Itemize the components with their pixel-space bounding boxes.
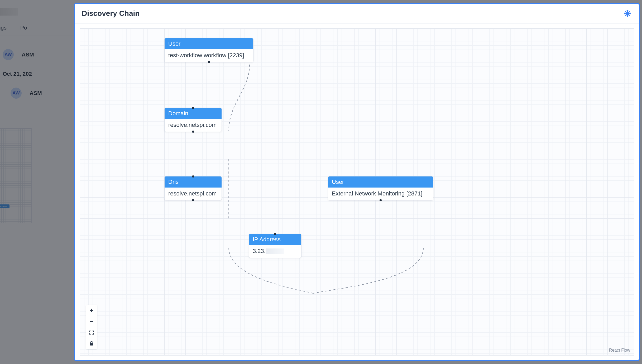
minus-icon — [89, 319, 94, 324]
node-value: External Network Monitoring [2871] — [328, 188, 433, 200]
node-handle-top[interactable] — [192, 175, 194, 178]
node-value: resolve.netspi.com — [165, 119, 222, 132]
flow-canvas[interactable]: User test-workflow workflow [2239] Domai… — [80, 28, 634, 356]
flow-node-dns[interactable]: Dns resolve.netspi.com — [164, 176, 222, 200]
modal-title: Discovery Chain — [82, 9, 140, 18]
freeze-layout-button[interactable] — [623, 9, 632, 18]
node-type-label: IP Address — [249, 234, 301, 245]
flow-node-user-monitoring[interactable]: User External Network Monitoring [2871] — [328, 176, 433, 200]
zoom-in-button[interactable] — [86, 305, 97, 316]
node-type-label: Domain — [165, 108, 222, 119]
lock-toggle-button[interactable] — [86, 338, 97, 349]
node-handle-bottom[interactable] — [380, 199, 382, 201]
snowflake-icon — [624, 10, 631, 17]
node-value: 3.23. — [249, 245, 301, 258]
react-flow-attribution: React Flow — [609, 348, 630, 353]
lock-open-icon — [89, 341, 94, 346]
node-handle-bottom[interactable] — [192, 131, 194, 133]
node-handle-top[interactable] — [192, 107, 194, 109]
node-handle-bottom[interactable] — [208, 61, 210, 63]
svg-rect-7 — [90, 343, 93, 345]
node-handle-top[interactable] — [274, 233, 276, 235]
ip-prefix: 3.23. — [253, 248, 266, 254]
zoom-out-button[interactable] — [86, 316, 97, 327]
flow-controls — [86, 305, 97, 349]
node-value: resolve.netspi.com — [165, 188, 222, 200]
node-type-label: Dns — [165, 176, 222, 188]
node-handle-bottom[interactable] — [192, 199, 194, 201]
fit-view-icon — [89, 330, 94, 335]
flow-node-domain[interactable]: Domain resolve.netspi.com — [164, 108, 222, 132]
discovery-chain-modal: Discovery Chain User test-workflow wor — [74, 3, 640, 361]
node-type-label: User — [165, 38, 253, 49]
node-type-label: User — [328, 176, 433, 188]
node-value: test-workflow workflow [2239] — [165, 49, 253, 62]
plus-icon — [89, 308, 94, 313]
flow-node-user-workflow[interactable]: User test-workflow workflow [2239] — [164, 38, 253, 62]
flow-node-ip-address[interactable]: IP Address 3.23. — [249, 234, 301, 258]
fit-view-button[interactable] — [86, 327, 97, 338]
redacted-block — [266, 248, 284, 254]
